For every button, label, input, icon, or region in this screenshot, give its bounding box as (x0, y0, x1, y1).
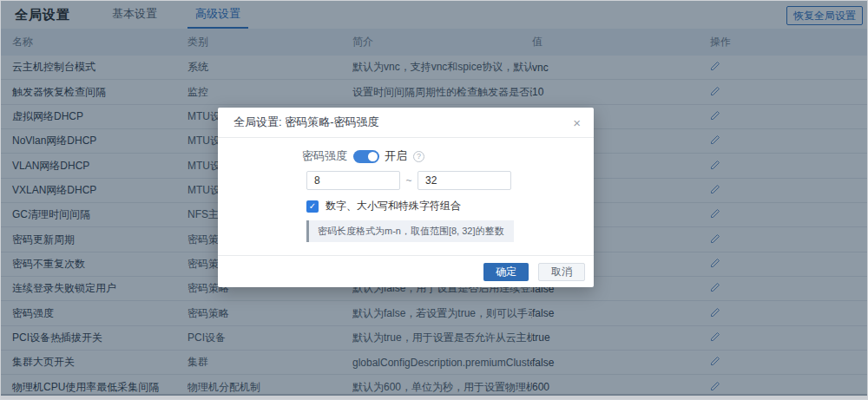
strength-toggle[interactable] (353, 150, 379, 163)
close-icon[interactable]: × (569, 115, 585, 131)
checkbox-checked-icon[interactable]: ✓ (306, 200, 319, 213)
app-window: 全局设置 基本设置 高级设置 恢复全局设置 名称类别简介值操作 云主机控制台模式… (0, 0, 868, 400)
ok-button[interactable]: 确定 (483, 263, 529, 281)
help-icon[interactable]: ? (413, 151, 424, 162)
charset-checkbox-row: ✓ 数字、大小写和特殊字符组合 (306, 200, 594, 213)
dialog-footer: 确定 取消 (218, 255, 594, 288)
strength-label: 密码强度 (302, 148, 347, 164)
max-length-input[interactable] (418, 171, 511, 190)
dialog-title: 全局设置: 密码策略-密码强度 (233, 115, 569, 130)
cancel-button[interactable]: 取消 (538, 263, 585, 281)
dialog-body: 密码强度 开启 ? ~ ✓ 数字、大小写和特殊字符组合 密码长度格式为m-n，取… (218, 149, 594, 242)
dialog-header: 全局设置: 密码策略-密码强度 × (218, 108, 594, 138)
length-format-note: 密码长度格式为m-n，取值范围[8, 32]的整数 (306, 220, 514, 242)
length-range-row: ~ (306, 171, 594, 190)
password-strength-dialog: 全局设置: 密码策略-密码强度 × 密码强度 开启 ? ~ ✓ 数字、大小写和特… (218, 108, 594, 287)
min-length-input[interactable] (306, 171, 400, 190)
strength-toggle-row: 密码强度 开启 ? (306, 149, 594, 163)
checkbox-label: 数字、大小写和特殊字符组合 (326, 199, 461, 213)
toggle-state-label: 开启 (385, 148, 407, 164)
range-separator: ~ (400, 174, 418, 187)
